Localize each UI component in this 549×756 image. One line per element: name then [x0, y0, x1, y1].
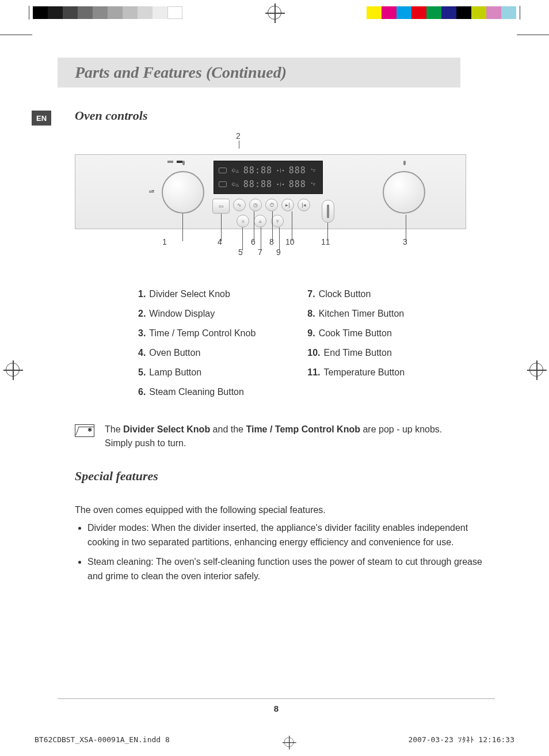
oven-mode-icon [219, 181, 227, 187]
registration-mark-left [6, 363, 20, 377]
display-temp-1: 888 [289, 165, 306, 176]
slug-filename: BT62CDBST_XSA-00091A_EN.indd 8 [35, 735, 170, 749]
callout-num: 8 [269, 237, 274, 246]
legend-item: 5.Lamp Button [138, 367, 256, 378]
legend-item: 1.Divider Select Knob [138, 289, 256, 299]
display-temp-2: 888 [289, 179, 306, 189]
display-time-1: 88:88 [243, 165, 272, 176]
legend-item: 4.Oven Button [138, 348, 256, 358]
callout-numbers: 1 4 6 8 10 11 3 5 7 9 [75, 229, 466, 258]
clock-button-icon: ◷ [249, 199, 262, 211]
kitchen-timer-button-icon: ⏱ [265, 199, 278, 211]
temperature-button-icon [322, 200, 334, 223]
arrow-down-icon: ▿ [271, 215, 284, 227]
section-title-bar: Parts and Features (Continued) [58, 58, 460, 88]
callout-num: 5 [238, 248, 243, 257]
registration-mark-icon [268, 6, 281, 20]
off-label: off [149, 189, 154, 193]
legend-item: 3.Time / Temp Control Knob [138, 328, 256, 339]
section-title: Parts and Features (Continued) [75, 63, 450, 82]
page-content: Parts and Features (Continued) EN Oven c… [58, 58, 495, 590]
feature-bullet: Divider modes: When the divider inserted… [87, 521, 495, 550]
legend-item: 11.Temperature Button [307, 367, 405, 378]
special-features-heading: Special features [75, 469, 495, 484]
note-block: The Divider Select Knob and the Time / T… [75, 423, 495, 450]
steam-clean-button-icon: ∿ [233, 199, 246, 211]
print-slug-line: BT62CDBST_XSA-00091A_EN.indd 8 2007-03-2… [0, 735, 549, 749]
legend-item: 6.Steam Cleaning Button [138, 387, 256, 397]
legend-item: 8.Kitchen Timer Button [307, 309, 405, 319]
legend-item: 10.End Time Button [307, 348, 405, 358]
callout-num: 3 [403, 237, 407, 246]
lamp-button-icon: ☼ [237, 215, 249, 227]
arrow-up-icon: ▵ [254, 215, 266, 227]
callout-num: 1 [162, 237, 167, 246]
callout-num: 7 [258, 248, 262, 257]
page-number: 8 [274, 704, 279, 713]
crop-mark [0, 35, 32, 35]
oven-mode-icon [219, 168, 227, 173]
oven-button-icon: ▭ [212, 199, 230, 214]
callout-num: 9 [276, 248, 281, 257]
feature-bullet: Steam cleaning: The oven's self-cleaning… [87, 555, 495, 584]
crop-mark [517, 35, 549, 35]
callout-num: 6 [251, 237, 256, 246]
note-text: The Divider Select Knob and the Time / T… [105, 423, 442, 450]
legend-column-left: 1.Divider Select Knob 2.Window Display 3… [138, 289, 256, 397]
printer-color-bar [0, 6, 549, 20]
controls-legend: 1.Divider Select Knob 2.Window Display 3… [138, 289, 495, 397]
legend-item: 9.Cook Time Button [307, 328, 405, 339]
callout-num-2: 2 [236, 131, 241, 140]
oven-controls-heading: Oven controls [75, 108, 495, 123]
callout-num: 10 [285, 237, 295, 246]
slug-datetime: 2007-03-23 ｿﾀﾈﾄ 12:16:33 [408, 735, 514, 749]
callout-num: 4 [218, 237, 222, 246]
legend-item: 2.Window Display [138, 309, 256, 319]
registration-mark-icon [284, 738, 294, 747]
callout-num: 11 [321, 237, 330, 246]
divider-select-knob-icon [162, 171, 204, 214]
note-icon [75, 424, 94, 437]
color-swatches [367, 6, 516, 19]
registration-mark-right [529, 363, 543, 377]
language-badge: EN [32, 111, 51, 126]
end-time-button-icon: |◂ [298, 199, 310, 211]
window-display: ⏲△ 88:88 ▸|◂ 888 °c ⏲△ 88:88 ▸|◂ 888 °c [214, 161, 323, 194]
time-temp-knob-icon [383, 171, 425, 214]
control-panel-diagram: off ⏲△ 88:88 ▸|◂ 888 °c ⏲△ 88:88 ▸|◂ 888 [75, 143, 466, 229]
grayscale-swatches [33, 6, 182, 19]
page-footer: 8 [58, 698, 495, 713]
features-intro: The oven comes equipped with the followi… [75, 503, 495, 518]
legend-column-right: 7.Clock Button 8.Kitchen Timer Button 9.… [307, 289, 405, 397]
special-features-block: The oven comes equipped with the followi… [75, 503, 495, 584]
cook-time-button-icon: ▸| [281, 199, 294, 211]
legend-item: 7.Clock Button [307, 289, 405, 299]
display-time-2: 88:88 [243, 179, 272, 189]
